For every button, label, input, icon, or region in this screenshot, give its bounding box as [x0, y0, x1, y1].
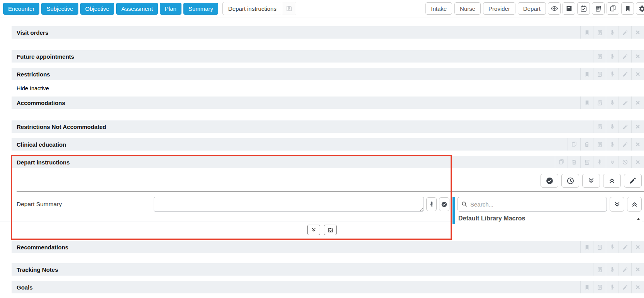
appointments-button[interactable] — [577, 2, 590, 15]
close-icon[interactable] — [631, 68, 644, 80]
preview-button[interactable] — [548, 2, 561, 15]
history-button[interactable] — [561, 174, 579, 188]
section-row-visit-orders[interactable]: Visit orders — [12, 26, 644, 39]
edit-button[interactable] — [624, 174, 642, 188]
macros-group-header[interactable]: Default Library Macros — [458, 212, 642, 224]
section-row-clinical-education[interactable]: Clinical education — [12, 138, 644, 151]
save-icon-button[interactable] — [282, 2, 296, 15]
pencil-icon[interactable] — [619, 281, 631, 293]
nav-button-encounter[interactable]: Encounter — [3, 3, 39, 15]
ban-icon[interactable] — [619, 156, 631, 168]
depart-summary-input[interactable] — [154, 197, 424, 212]
close-icon[interactable] — [631, 138, 644, 151]
pencil-icon[interactable] — [619, 138, 631, 151]
hide-inactive-link[interactable]: Hide Inactive — [17, 85, 49, 91]
section-row-tracking-notes[interactable]: Tracking Notes — [12, 263, 644, 276]
stage-button-provider[interactable]: Provider — [483, 2, 515, 15]
close-icon[interactable] — [631, 26, 644, 39]
microphone-icon[interactable] — [593, 156, 606, 168]
section-row-goals[interactable]: Goals — [12, 281, 644, 293]
book-icon[interactable] — [593, 241, 606, 253]
stage-button-nurse[interactable]: Nurse — [454, 2, 481, 15]
book-icon[interactable] — [593, 120, 606, 133]
pencil-icon[interactable] — [619, 97, 631, 109]
book-icon[interactable] — [593, 281, 606, 293]
collapse-macros-button[interactable] — [627, 197, 642, 212]
pencil-icon[interactable] — [619, 26, 631, 39]
book-icon[interactable] — [593, 138, 606, 151]
bookmark-icon[interactable] — [580, 26, 593, 39]
bookmark-icon[interactable] — [580, 68, 593, 80]
book-icon[interactable] — [593, 26, 606, 39]
section-actions — [580, 241, 644, 253]
chevrons-up-icon — [631, 201, 638, 208]
section-row-accommodations[interactable]: Accommodations — [12, 97, 644, 109]
nav-button-assessment[interactable]: Assessment — [116, 3, 158, 15]
chevrons-down-icon — [587, 177, 595, 185]
nav-button-plan[interactable]: Plan — [160, 3, 181, 15]
microphone-icon[interactable] — [606, 263, 619, 276]
pencil-icon[interactable] — [619, 241, 631, 253]
nav-button-subjective[interactable]: Subjective — [41, 3, 78, 15]
nav-button-objective[interactable]: Objective — [80, 3, 115, 15]
microphone-icon[interactable] — [606, 97, 619, 109]
section-row-recommendations[interactable]: Recommendations — [12, 241, 644, 253]
library-button[interactable] — [592, 2, 605, 15]
show-more-button[interactable] — [307, 225, 320, 235]
chevrons-down-icon[interactable] — [606, 156, 619, 168]
section-row-future-appointments[interactable]: Future appointments — [12, 50, 644, 63]
trash-icon[interactable] — [580, 138, 593, 151]
section-actions — [593, 50, 644, 63]
dictate-button[interactable] — [426, 197, 437, 211]
collapse-all-button[interactable] — [603, 174, 621, 188]
pencil-icon[interactable] — [619, 68, 631, 80]
mark-complete-button[interactable] — [541, 174, 558, 188]
section-row-depart-instructions[interactable]: Depart instructions — [12, 156, 644, 168]
save-section-button[interactable] — [324, 225, 337, 235]
expand-all-button[interactable] — [582, 174, 600, 188]
bookmark-icon[interactable] — [580, 281, 593, 293]
book-icon[interactable] — [580, 156, 593, 168]
close-icon[interactable] — [631, 156, 644, 168]
microphone-icon[interactable] — [606, 120, 619, 133]
book-icon[interactable] — [593, 68, 606, 80]
clock-icon — [566, 177, 575, 185]
copy-icon[interactable] — [555, 156, 568, 168]
bookmarks-button[interactable] — [621, 2, 634, 15]
archive-button[interactable] — [563, 2, 575, 15]
bookmark-icon[interactable] — [580, 241, 593, 253]
bookmark-icon[interactable] — [580, 97, 593, 109]
copy-icon[interactable] — [568, 138, 580, 151]
close-icon[interactable] — [631, 97, 644, 109]
close-icon[interactable] — [631, 281, 644, 293]
stage-button-depart[interactable]: Depart — [518, 2, 546, 15]
pencil-icon[interactable] — [619, 263, 631, 276]
macros-search-input[interactable] — [458, 197, 607, 212]
microphone-icon[interactable] — [606, 68, 619, 80]
microphone-icon[interactable] — [606, 138, 619, 151]
book-icon[interactable] — [593, 50, 606, 63]
check-circle-icon — [546, 177, 554, 185]
close-icon[interactable] — [631, 263, 644, 276]
microphone-icon[interactable] — [606, 50, 619, 63]
section-row-restrictions-not-accommodated[interactable]: Restrictions Not Accommodated — [12, 120, 644, 133]
close-icon[interactable] — [631, 50, 644, 63]
close-icon[interactable] — [631, 120, 644, 133]
expand-macros-button[interactable] — [610, 197, 624, 212]
nav-button-summary[interactable]: Summary — [183, 3, 218, 15]
copy-note-button[interactable] — [607, 2, 619, 15]
section-row-restrictions[interactable]: Restrictions — [12, 68, 644, 80]
depart-panel-body: Depart Summary — [0, 192, 644, 222]
stage-button-intake[interactable]: Intake — [425, 2, 452, 15]
pencil-icon[interactable] — [619, 120, 631, 133]
microphone-icon[interactable] — [606, 26, 619, 39]
trash-icon[interactable] — [568, 156, 580, 168]
book-icon[interactable] — [593, 97, 606, 109]
book-icon[interactable] — [593, 263, 606, 276]
confirm-button[interactable] — [439, 197, 449, 211]
close-icon[interactable] — [631, 241, 644, 253]
pencil-icon[interactable] — [619, 50, 631, 63]
microphone-icon[interactable] — [606, 241, 619, 253]
microphone-icon[interactable] — [606, 281, 619, 293]
settings-button[interactable] — [636, 2, 644, 15]
